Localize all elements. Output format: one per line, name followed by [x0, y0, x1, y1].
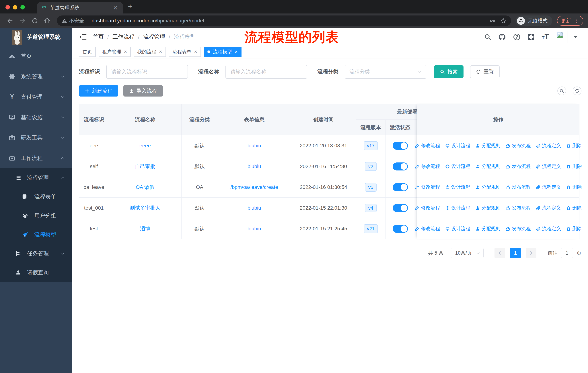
action-design-process[interactable]: 设计流程	[445, 184, 470, 190]
tag-process-form[interactable]: 流程表单✕	[169, 47, 201, 57]
action-edit-process[interactable]: 修改流程	[415, 184, 440, 190]
action-assign-rule[interactable]: 分配规则	[475, 205, 501, 211]
cell-process-name-link[interactable]: OA 请假	[136, 184, 155, 191]
tag-tenant[interactable]: 租户管理✕	[99, 47, 131, 57]
action-process-definition[interactable]: 流程定义	[536, 184, 561, 190]
cell-process-name-link[interactable]: eeee	[139, 143, 151, 149]
action-delete[interactable]: 删除	[566, 205, 582, 211]
active-toggle[interactable]	[393, 183, 408, 191]
action-delete[interactable]: 删除	[566, 163, 582, 170]
action-delete[interactable]: 删除	[566, 225, 582, 232]
github-icon[interactable]	[498, 33, 506, 41]
security-warning[interactable]: 不安全	[62, 18, 84, 24]
page-size-select[interactable]: 10条/页	[451, 248, 483, 258]
prev-page-button[interactable]	[494, 248, 505, 258]
action-process-definition[interactable]: 流程定义	[536, 225, 561, 232]
action-publish-process[interactable]: 发布流程	[506, 142, 531, 149]
breadcrumb-process-mgmt[interactable]: 流程管理	[143, 33, 165, 40]
process-key-input[interactable]	[106, 65, 188, 79]
action-delete[interactable]: 删除	[566, 142, 582, 149]
app-logo[interactable]: 芋道管理系统	[0, 28, 72, 46]
toggle-search-button[interactable]	[557, 87, 566, 95]
active-toggle[interactable]	[393, 142, 408, 150]
active-toggle[interactable]	[393, 225, 408, 233]
refresh-table-button[interactable]	[573, 87, 581, 95]
action-edit-process[interactable]: 修改流程	[415, 142, 440, 149]
cell-process-name-link[interactable]: 滔博	[140, 225, 150, 232]
tag-close-icon[interactable]: ✕	[234, 50, 238, 54]
bookmark-star-icon[interactable]	[500, 18, 506, 24]
cell-process-name-link[interactable]: 测试多审批人	[130, 204, 160, 212]
process-category-select[interactable]: 流程分类	[345, 65, 426, 79]
search-button[interactable]: 搜索	[434, 65, 463, 78]
action-publish-process[interactable]: 发布流程	[506, 225, 531, 232]
help-icon[interactable]	[513, 33, 521, 41]
sidebar-item-infra[interactable]: 基础设施	[0, 107, 72, 128]
action-edit-process[interactable]: 修改流程	[415, 163, 440, 170]
action-edit-process[interactable]: 修改流程	[415, 205, 440, 211]
font-size-icon[interactable]: TT	[542, 33, 549, 41]
sidebar-item-payment[interactable]: ¥ 支付管理	[0, 87, 72, 107]
action-assign-rule[interactable]: 分配规则	[475, 163, 501, 170]
cell-process-name-link[interactable]: 自己审批	[135, 163, 155, 170]
action-process-definition[interactable]: 流程定义	[536, 163, 561, 170]
breadcrumb-workflow[interactable]: 工作流程	[113, 33, 134, 40]
sidebar-item-process-mgmt[interactable]: 流程管理	[0, 168, 72, 187]
avatar-caret-icon[interactable]	[573, 36, 578, 38]
back-icon[interactable]	[5, 15, 15, 26]
minimize-window-button[interactable]	[13, 5, 17, 10]
close-window-button[interactable]	[5, 5, 10, 10]
sidebar-item-task-mgmt[interactable]: 任务管理	[0, 244, 72, 263]
sidebar-item-user-group[interactable]: 用户分组	[0, 206, 72, 225]
sidebar-item-devtools[interactable]: 研发工具	[0, 128, 72, 148]
goto-page-input[interactable]	[561, 248, 573, 258]
tag-close-icon[interactable]: ✕	[124, 50, 127, 54]
breadcrumb-home[interactable]: 首页	[93, 33, 104, 40]
action-delete[interactable]: 删除	[566, 184, 582, 190]
sidebar-item-system[interactable]: 系统管理	[0, 66, 72, 87]
maximize-window-button[interactable]	[21, 5, 25, 10]
browser-menu-icon[interactable]: ⋮	[574, 18, 579, 23]
tag-close-icon[interactable]: ✕	[159, 50, 162, 54]
sidebar-item-process-form[interactable]: 流程表单	[0, 187, 72, 206]
cell-form-link[interactable]: biubiu	[248, 205, 261, 211]
cell-form-link[interactable]: biubiu	[248, 163, 261, 169]
action-design-process[interactable]: 设计流程	[445, 225, 470, 232]
fullscreen-icon[interactable]	[527, 33, 535, 40]
sidebar-collapse-icon[interactable]	[78, 32, 88, 42]
cell-form-link[interactable]: biubiu	[248, 226, 261, 232]
import-process-button[interactable]: 导入流程	[123, 85, 163, 97]
action-design-process[interactable]: 设计流程	[445, 163, 470, 170]
tag-process-model[interactable]: 流程模型✕	[204, 47, 241, 57]
action-design-process[interactable]: 设计流程	[445, 205, 470, 211]
tag-home[interactable]: 首页	[79, 47, 96, 57]
active-toggle[interactable]	[393, 204, 408, 212]
active-toggle[interactable]	[393, 162, 408, 171]
action-publish-process[interactable]: 发布流程	[506, 205, 531, 211]
action-process-definition[interactable]: 流程定义	[536, 142, 561, 149]
action-design-process[interactable]: 设计流程	[445, 142, 470, 149]
sidebar-item-process-model[interactable]: 流程模型	[0, 225, 72, 244]
tag-my-process[interactable]: 我的流程✕	[134, 47, 166, 57]
avatar[interactable]	[556, 31, 568, 43]
action-publish-process[interactable]: 发布流程	[506, 163, 531, 170]
sidebar-item-home[interactable]: 首页	[0, 46, 72, 66]
forward-icon[interactable]	[17, 15, 28, 26]
create-process-button[interactable]: 新建流程	[79, 85, 118, 97]
window-controls[interactable]	[0, 5, 30, 13]
password-key-icon[interactable]	[489, 18, 495, 24]
reset-button[interactable]: 重置	[470, 65, 500, 78]
page-number-button[interactable]: 1	[510, 248, 521, 258]
action-publish-process[interactable]: 发布流程	[506, 184, 531, 190]
action-assign-rule[interactable]: 分配规则	[475, 142, 501, 149]
browser-update-button[interactable]: 更新 ⋮	[557, 16, 583, 26]
action-edit-process[interactable]: 修改流程	[415, 225, 440, 232]
sidebar-item-workflow[interactable]: 工作流程	[0, 148, 72, 168]
tab-close-icon[interactable]: ✕	[112, 5, 119, 11]
next-page-button[interactable]	[526, 248, 536, 258]
action-assign-rule[interactable]: 分配规则	[475, 184, 501, 190]
search-icon[interactable]	[484, 33, 491, 40]
action-assign-rule[interactable]: 分配规则	[475, 225, 501, 232]
home-icon[interactable]	[42, 15, 52, 26]
reload-icon[interactable]	[30, 15, 40, 26]
